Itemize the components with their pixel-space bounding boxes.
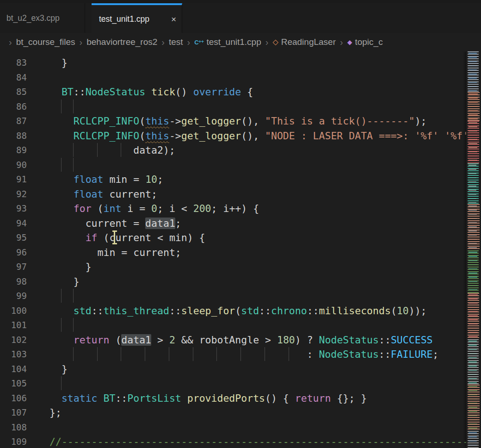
code-line-100[interactable]: 100 std::this_thread::sleep_for(std::chr… <box>0 304 481 318</box>
breadcrumb-label: behaviortree_ros2 <box>86 37 157 47</box>
editor-tab-test_unit1.cpp[interactable]: test_unit1.cpp× <box>92 3 182 33</box>
code-line-108[interactable]: 108 <box>0 420 481 435</box>
tab-label: test_unit1.cpp <box>99 14 149 24</box>
breadcrumb-item-ReadingLaser[interactable]: ◇ReadingLaser <box>272 37 336 47</box>
indent-guide <box>49 376 62 390</box>
chevron-right-icon: › <box>187 37 191 47</box>
indent-guide <box>49 158 62 172</box>
line-number: 99 <box>0 289 27 304</box>
code-text <box>27 318 481 333</box>
code-text: min = current; <box>27 245 481 260</box>
code-line-101[interactable]: 101 <box>0 318 481 333</box>
code-line-86[interactable]: 86 <box>0 100 481 114</box>
code-line-99[interactable]: 99 <box>0 289 481 304</box>
code-text: } <box>27 56 481 70</box>
line-number: 104 <box>0 362 27 377</box>
minimap-section <box>466 293 481 339</box>
code-text: } <box>27 362 481 377</box>
code-line-85[interactable]: 85 BT::NodeStatus tick() override { <box>0 85 481 100</box>
breadcrumb-label: bt_course_files <box>16 37 75 47</box>
indent-guide <box>49 318 62 332</box>
code-editor[interactable]: 83 }8485 BT::NodeStatus tick() override … <box>0 51 481 448</box>
code-text: float min = 10; <box>27 172 481 187</box>
breadcrumb: ›bt_course_files›behaviortree_ros2›test›… <box>0 33 481 51</box>
code-line-83[interactable]: 83 } <box>0 56 481 70</box>
indent-guide <box>98 143 122 157</box>
close-icon[interactable]: × <box>170 15 177 24</box>
line-number: 97 <box>0 260 27 274</box>
indent-guide <box>98 347 122 361</box>
code-line-90[interactable]: 90 <box>0 158 481 173</box>
minimap-section <box>466 121 481 163</box>
breadcrumb-label: topic_c <box>355 37 382 47</box>
code-text: : NodeStatus::FAILURE; <box>27 347 481 362</box>
code-line-88[interactable]: 88 RCLCPP_INFO(this->get_logger(), "NODE… <box>0 129 481 143</box>
code-text <box>27 70 481 85</box>
minimap-section <box>466 92 481 121</box>
code-line-103[interactable]: 103 : NodeStatus::FAILURE; <box>0 347 481 362</box>
line-number: 91 <box>0 172 27 187</box>
code-line-106[interactable]: 106 static BT::PortsList providedPorts()… <box>0 391 481 406</box>
text-cursor-pointer <box>114 231 115 243</box>
tab-bar: bt_u2_ex3.cpptest_unit1.cpp× <box>0 3 481 33</box>
code-line-105[interactable]: 105 <box>0 376 481 391</box>
code-text: } <box>27 274 481 289</box>
code-line-104[interactable]: 104 } <box>0 362 481 377</box>
code-line-96[interactable]: 96 min = current; <box>0 245 481 260</box>
indent-guide <box>217 347 241 361</box>
indent-guide <box>62 289 74 303</box>
line-number: 88 <box>0 129 27 143</box>
breadcrumb-item-topic_c[interactable]: ◆topic_c <box>347 37 383 47</box>
line-number: 101 <box>0 318 27 333</box>
line-number: 92 <box>0 187 27 202</box>
code-text: RCLCPP_INFO(this->get_logger(), "This is… <box>27 114 481 129</box>
indent-guide <box>49 143 74 157</box>
code-line-87[interactable]: 87 RCLCPP_INFO(this->get_logger(), "This… <box>0 114 481 129</box>
editor-tab-bt_u2_ex3.cpp[interactable]: bt_u2_ex3.cpp <box>0 3 85 33</box>
code-text: for (int i = 0; i < 200; i++) { <box>27 201 481 216</box>
code-line-95[interactable]: 95 if (current < min) { <box>0 230 481 245</box>
code-line-102[interactable]: 102 return (data1 > 2 && robotAngle > 18… <box>0 333 481 348</box>
indent-guide <box>193 347 217 361</box>
breadcrumb-item-test[interactable]: test <box>169 37 183 47</box>
line-number: 107 <box>0 405 27 420</box>
code-line-97[interactable]: 97 } <box>0 260 481 274</box>
code-line-84[interactable]: 84 <box>0 70 481 85</box>
code-line-92[interactable]: 92 float current; <box>0 187 481 202</box>
code-text: data2); <box>27 143 481 158</box>
minimap[interactable] <box>466 51 481 448</box>
code-line-109[interactable]: 109//-----------------------------------… <box>0 435 481 448</box>
line-number: 102 <box>0 333 27 348</box>
chevron-right-icon: › <box>9 37 12 47</box>
code-text: //--------------------------------------… <box>27 435 481 448</box>
code-text <box>27 376 481 391</box>
minimap-section <box>466 431 481 448</box>
breadcrumb-item-bt_course_files[interactable]: bt_course_files <box>16 37 75 47</box>
code-line-107[interactable]: 107}; <box>0 405 481 420</box>
tab-label: bt_u2_ex3.cpp <box>6 13 60 23</box>
code-line-98[interactable]: 98 } <box>0 274 481 289</box>
code-text <box>27 100 481 114</box>
breadcrumb-item-behaviortree_ros2[interactable]: behaviortree_ros2 <box>86 37 157 47</box>
window-top-edge <box>0 0 481 3</box>
code-text: return (data1 > 2 && robotAngle > 180) ?… <box>27 333 481 348</box>
indent-guide <box>145 347 169 361</box>
line-number: 84 <box>0 70 27 85</box>
indent-guide <box>62 318 74 332</box>
indent-guide <box>241 347 265 361</box>
breadcrumb-item-test_unit1.cpp[interactable]: C⁺⁺test_unit1.cpp <box>194 37 261 47</box>
code-text: static BT::PortsList providedPorts() { r… <box>27 391 481 406</box>
code-line-94[interactable]: 94 current = data1; <box>0 216 481 231</box>
code-line-91[interactable]: 91 float min = 10; <box>0 172 481 187</box>
code-text: }; <box>27 405 481 420</box>
line-number: 90 <box>0 158 27 173</box>
line-number: 100 <box>0 304 27 318</box>
line-number: 94 <box>0 216 27 231</box>
indent-guide <box>74 143 98 157</box>
method-icon: ◆ <box>347 39 352 45</box>
code-line-93[interactable]: 93 for (int i = 0; i < 200; i++) { <box>0 201 481 216</box>
breadcrumb-label: test_unit1.cpp <box>206 37 261 47</box>
breadcrumb-label: ReadingLaser <box>281 37 336 47</box>
code-line-89[interactable]: 89 data2); <box>0 143 481 158</box>
minimap-section <box>466 250 481 293</box>
